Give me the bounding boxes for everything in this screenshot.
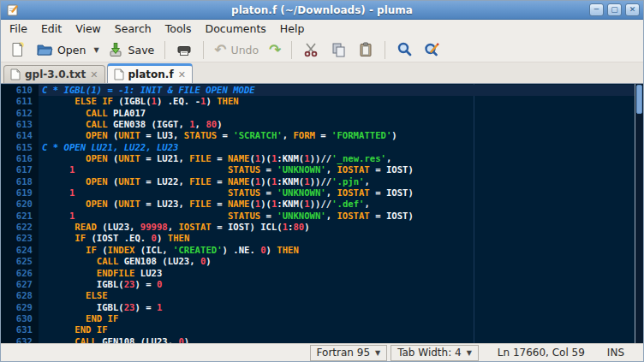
- maximize-button[interactable]: ▢: [607, 3, 622, 16]
- undo-button[interactable]: ↶ Undo: [210, 39, 263, 61]
- tab-platon.f[interactable]: platon.f✕: [107, 63, 193, 83]
- code-line[interactable]: 622 READ (LU23, 99998, IOSTAT = IOST) IC…: [1, 222, 635, 233]
- line-number: 626: [1, 268, 39, 279]
- print-button[interactable]: [171, 39, 197, 61]
- tab-close-icon[interactable]: ✕: [178, 70, 186, 80]
- line-number: 624: [1, 245, 39, 256]
- code-line[interactable]: 630 END IF: [1, 313, 635, 324]
- menu-help[interactable]: Help: [273, 21, 312, 37]
- menu-view[interactable]: View: [69, 21, 108, 37]
- line-number: 623: [1, 233, 39, 244]
- code-line[interactable]: 627 IGBL(23) = 0: [1, 279, 635, 290]
- new-document-button[interactable]: [4, 39, 30, 61]
- tab-close-icon[interactable]: ✕: [90, 70, 98, 80]
- code-line[interactable]: 632 CALL GEN108 (LU23, 0): [1, 336, 635, 343]
- line-number: 627: [1, 279, 39, 290]
- code-text: OPEN (UNIT = LU21, FILE = NAME(1)(1:KNM(…: [39, 153, 391, 164]
- toolbar-separator: [203, 41, 204, 59]
- open-dropdown-chevron[interactable]: ▼: [92, 44, 100, 56]
- redo-icon: ↷: [269, 41, 281, 58]
- save-button[interactable]: Save: [103, 39, 159, 61]
- code-text: END IF: [39, 313, 118, 324]
- code-line[interactable]: 617 1 STATUS = 'UNKNOWN', IOSTAT = IOST): [1, 164, 635, 175]
- code-text: IGBL(23) = 1: [39, 302, 162, 313]
- tab-label: gpl-3.0.txt: [25, 68, 86, 80]
- menu-search[interactable]: Search: [108, 21, 158, 37]
- code-line[interactable]: 624 IF (INDEX (ICL, 'CREATED') .NE. 0) T…: [1, 245, 635, 256]
- status-bar: Fortran 95 ▼ Tab Width: 4 ▼ Ln 17660, Co…: [1, 343, 643, 361]
- line-number: 629: [1, 302, 39, 313]
- cursor-position: Ln 17660, Col 59: [498, 347, 585, 359]
- menu-documents[interactable]: Documents: [199, 21, 273, 37]
- tab-width-selector[interactable]: Tab Width: 4 ▼: [391, 345, 479, 361]
- code-view[interactable]: 610C * IGBL(1) = -1: INIT & FILE OPEN MO…: [1, 84, 635, 343]
- code-line[interactable]: 625 CALL GEN108 (LU23, 0): [1, 256, 635, 267]
- replace-button[interactable]: [419, 39, 444, 61]
- code-text: ELSE: [39, 290, 108, 301]
- code-line[interactable]: 618 OPEN (UNIT = LU22, FILE = NAME(1)(1:…: [1, 176, 635, 187]
- code-line[interactable]: 628 ELSE: [1, 290, 635, 301]
- vertical-scrollbar[interactable]: [635, 84, 643, 343]
- toolbar-separator: [291, 41, 292, 59]
- open-button-label: Open: [57, 44, 86, 56]
- save-icon: [107, 41, 124, 58]
- code-line[interactable]: 621 1 STATUS = 'UNKNOWN', IOSTAT = IOST): [1, 211, 635, 222]
- editor-area[interactable]: 610C * IGBL(1) = -1: INIT & FILE OPEN MO…: [1, 83, 643, 343]
- paste-clipboard-icon: [357, 41, 374, 58]
- line-number: 631: [1, 324, 39, 335]
- find-button[interactable]: [391, 39, 417, 61]
- code-line[interactable]: 626 ENDFILE LU23: [1, 268, 635, 279]
- language-selector[interactable]: Fortran 95 ▼: [310, 345, 388, 361]
- code-line[interactable]: 612 CALL PLA017: [1, 108, 635, 119]
- chevron-down-icon: ▼: [375, 349, 380, 357]
- code-line[interactable]: 616 OPEN (UNIT = LU21, FILE = NAME(1)(1:…: [1, 153, 635, 164]
- code-text: C * OPEN LU21, LU22, LU23: [39, 142, 178, 153]
- search-replace-icon: [423, 41, 440, 58]
- print-icon: [176, 41, 193, 58]
- line-number: 618: [1, 176, 39, 187]
- code-text: CALL GEN038 (IGGT, 1, 80): [39, 119, 223, 130]
- tab-width-label: Tab Width: 4: [397, 347, 461, 359]
- title-bar[interactable]: platon.f (~/Downloads) - pluma ─ ▢ ✕: [1, 1, 643, 20]
- copy-button[interactable]: [325, 39, 351, 61]
- code-lines: 610C * IGBL(1) = -1: INIT & FILE OPEN MO…: [1, 85, 635, 343]
- minimize-button[interactable]: ─: [589, 3, 604, 16]
- code-line[interactable]: 610C * IGBL(1) = -1: INIT & FILE OPEN MO…: [1, 85, 635, 96]
- code-text: ENDFILE LU23: [39, 268, 162, 279]
- code-line[interactable]: 614 OPEN (UNIT = LU3, STATUS = 'SCRATCH'…: [1, 130, 635, 141]
- line-number: 617: [1, 164, 39, 175]
- cut-button[interactable]: [298, 39, 324, 61]
- menu-edit[interactable]: Edit: [34, 21, 69, 37]
- code-text: CALL GEN108 (LU23, 0): [39, 336, 189, 343]
- code-text: IF (INDEX (ICL, 'CREATED') .NE. 0) THEN: [39, 245, 299, 256]
- tab-bar: gpl-3.0.txt✕platon.f✕: [1, 62, 643, 83]
- window-title: platon.f (~/Downloads) - pluma: [1, 4, 643, 16]
- chevron-down-icon: ▼: [467, 349, 472, 357]
- code-text: 1 STATUS = 'UNKNOWN', IOSTAT = IOST): [39, 211, 414, 222]
- menu-tools[interactable]: Tools: [158, 21, 199, 37]
- scrollbar-thumb[interactable]: [636, 85, 642, 114]
- redo-button[interactable]: ↷: [265, 39, 285, 61]
- code-line[interactable]: 611 ELSE IF (IGBL(1) .EQ. -1) THEN: [1, 96, 635, 107]
- tab-gpl-3.0.txt[interactable]: gpl-3.0.txt✕: [3, 65, 105, 83]
- open-button[interactable]: Open: [32, 39, 90, 61]
- code-text: 1 STATUS = 'UNKNOWN', IOSTAT = IOST): [39, 187, 414, 199]
- code-line[interactable]: 619 1 STATUS = 'UNKNOWN', IOSTAT = IOST): [1, 187, 635, 199]
- line-number: 620: [1, 199, 39, 210]
- code-line[interactable]: 615C * OPEN LU21, LU22, LU23: [1, 142, 635, 153]
- code-line[interactable]: 613 CALL GEN038 (IGGT, 1, 80): [1, 119, 635, 130]
- code-line[interactable]: 623 IF (IOST .EQ. 0) THEN: [1, 233, 635, 244]
- line-number: 630: [1, 313, 39, 324]
- code-line[interactable]: 629 IGBL(23) = 1: [1, 302, 635, 313]
- menu-file[interactable]: File: [3, 21, 34, 37]
- line-number: 619: [1, 187, 39, 199]
- save-button-label: Save: [128, 44, 155, 56]
- code-line[interactable]: 631 END IF: [1, 324, 635, 335]
- line-number: 628: [1, 290, 39, 301]
- close-button[interactable]: ✕: [625, 3, 640, 16]
- paste-button[interactable]: [353, 39, 379, 61]
- code-line[interactable]: 620 OPEN (UNIT = LU23, FILE = NAME(1)(1:…: [1, 199, 635, 210]
- line-number: 616: [1, 153, 39, 164]
- new-document-icon: [9, 41, 26, 58]
- menu-bar: FileEditViewSearchToolsDocumentsHelp: [1, 20, 643, 38]
